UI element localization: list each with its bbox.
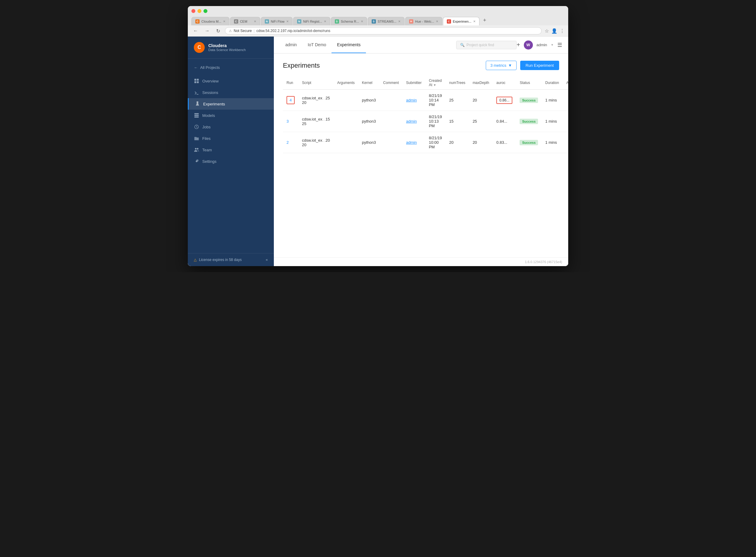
metrics-button[interactable]: 3 metrics ▼ [486,61,517,70]
user-avatar[interactable]: W [524,40,533,50]
minimize-traffic-light[interactable] [198,9,201,13]
tab-favicon-cem: C [234,19,238,24]
run-number-2[interactable]: 2 [286,140,289,145]
col-script[interactable]: Script [298,76,334,90]
table-row: 3 cdsw.iot_ex...15 25 python3 admin 8/21… [283,111,568,132]
col-run[interactable]: Run [283,76,298,90]
tab-close-hue[interactable]: × [436,19,439,24]
col-status[interactable]: Status [516,76,542,90]
col-comment[interactable]: Comment [380,76,402,90]
status-cell-2: Success [516,132,542,153]
table-row: 4 cdsw.iot_ex...25 20 python3 admin 8/21… [283,90,568,111]
svg-rect-8 [194,117,199,118]
run-number-3[interactable]: 3 [286,119,289,123]
created-at-cell-4: 8/21/1910:14 PM [425,90,445,111]
sidebar-item-files[interactable]: Files [188,133,274,144]
account-button[interactable]: 👤 [551,28,557,34]
auroc-cell-4[interactable]: 0.86... [493,90,516,111]
tab-close-nifi-regist[interactable]: × [324,19,326,24]
lock-icon: ⚠ [229,29,232,33]
col-max-depth[interactable]: maxDepth [469,76,493,90]
maximize-traffic-light[interactable] [204,9,207,13]
browser-tab-streams[interactable]: SSTREAMS...× [368,17,404,25]
forward-button[interactable]: → [203,28,211,34]
menu-button[interactable]: ⋮ [560,28,565,34]
project-search-container[interactable]: 🔍 Project quick find [456,41,517,49]
tab-close-streams[interactable]: × [398,19,401,24]
reload-button[interactable]: ↻ [214,28,222,34]
actions-cell-3[interactable] [563,111,568,132]
tab-close-cloudera[interactable]: × [223,19,225,24]
bookmark-button[interactable]: ☆ [545,28,549,34]
back-button[interactable]: ← [191,28,200,34]
tab-close-schema-r[interactable]: × [361,19,363,24]
sidebar-item-jobs[interactable]: Jobs [188,121,274,133]
sidebar-item-models[interactable]: Models [188,110,274,121]
browser-tab-hue[interactable]: HHue - Welc...× [405,17,442,25]
duration-cell-4: 1 mins [542,90,563,111]
app-grid-icon[interactable]: ☰ [557,42,562,48]
browser-tab-cloudera[interactable]: CCloudera M...× [191,17,230,25]
actions-cell-2[interactable] [563,132,568,153]
kernel-cell-3: python3 [358,111,380,132]
created-at-cell-2: 8/21/1910:00 PM [425,132,445,153]
col-submitter[interactable]: Submitter [402,76,425,90]
sidebar-item-settings[interactable]: Settings [188,155,274,167]
auroc-value-4[interactable]: 0.86... [496,97,512,104]
col-actions[interactable]: Actions [563,76,568,90]
terminal-icon [194,90,199,95]
tab-close-nifi-flow[interactable]: × [286,19,289,24]
submitter-cell-3[interactable]: admin [402,111,425,132]
sidebar-item-experiments[interactable]: Experiments [188,98,274,110]
run-number-4[interactable]: 4 [286,96,295,104]
top-nav-tab-admin[interactable]: admin [280,37,302,53]
address-input-container[interactable]: ⚠ Not Secure | cdsw.54.202.2.197.nip.io/… [225,27,542,34]
sidebar-item-team[interactable]: Team [188,144,274,155]
run-experiment-button[interactable]: Run Experiment [520,61,559,70]
actions-cell-4[interactable] [563,90,568,111]
col-created-at[interactable]: Created At ▼ [425,76,445,90]
top-nav-tab-iotdemo[interactable]: IoT Demo [302,37,332,53]
browser-tab-nifi-flow[interactable]: NNiFi Flow× [261,17,293,25]
col-num-trees[interactable]: numTrees [446,76,469,90]
tab-close-experiments[interactable]: × [473,19,476,24]
tab-close-cem[interactable]: × [254,19,256,24]
user-label[interactable]: admin [537,42,547,47]
table-body: 4 cdsw.iot_ex...25 20 python3 admin 8/21… [283,90,568,153]
add-project-button[interactable]: + [517,41,520,48]
comment-cell-2 [380,132,402,153]
col-duration[interactable]: Duration [542,76,563,90]
duration-cell-2: 1 mins [542,132,563,153]
search-icon: 🔍 [460,43,465,47]
run-cell-2[interactable]: 2 [283,132,298,153]
sidebar-item-overview[interactable]: Overview [188,75,274,87]
sidebar-brand: C Cloudera Data Science Workbench [188,36,274,59]
user-dropdown-icon[interactable]: ▼ [551,43,554,47]
sidebar-overview-label: Overview [202,79,219,83]
args-cell-3 [334,111,358,132]
tab-label-cem: CEM [240,20,252,23]
close-traffic-light[interactable] [191,9,195,13]
browser-tab-experiments[interactable]: CExperimen...× [443,17,479,25]
run-cell-4[interactable]: 4 [283,90,298,111]
col-kernel[interactable]: Kernel [358,76,380,90]
auroc-cell-2: 0.83... [493,132,516,153]
back-arrow-icon: ← [194,65,198,70]
submitter-cell-2[interactable]: admin [402,132,425,153]
traffic-lights [191,9,565,13]
browser-tab-cem[interactable]: CCEM× [230,17,260,25]
col-auroc[interactable]: auroc [493,76,516,90]
col-arguments[interactable]: Arguments [334,76,358,90]
collapse-icon[interactable]: « [266,258,268,262]
new-tab-button[interactable]: + [480,16,489,25]
run-cell-3[interactable]: 3 [283,111,298,132]
tab-label-schema-r: Schema R... [341,20,359,23]
num-trees-cell-2: 20 [446,132,469,153]
sidebar-item-sessions[interactable]: Sessions [188,87,274,98]
top-nav-tab-experiments[interactable]: Experiments [332,37,366,53]
status-badge-3: Success [520,119,538,124]
browser-tab-nifi-regist[interactable]: NNiFi Regist...× [293,17,330,25]
all-projects-button[interactable]: ← All Projects [188,62,274,73]
browser-tab-schema-r[interactable]: SSchema R...× [331,17,367,25]
submitter-cell-4[interactable]: admin [402,90,425,111]
